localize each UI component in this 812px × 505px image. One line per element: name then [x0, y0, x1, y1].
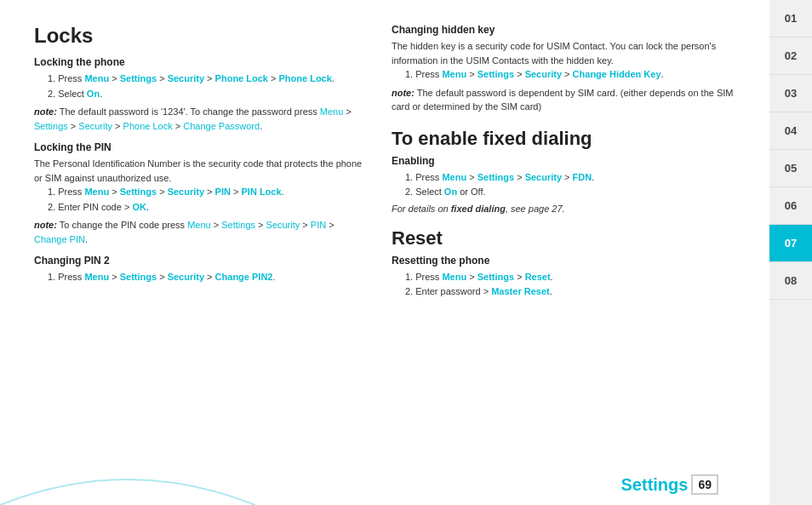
section-locking-pin: Locking the PIN The Personal Identificat…: [34, 141, 366, 246]
section-reset: Reset Resetting the phone 1. Press Menu …: [392, 227, 744, 300]
settings-hk-link: Settings: [477, 69, 514, 79]
section-fixed-dialing: To enable fixed dialing Enabling 1. Pres…: [392, 128, 744, 214]
step-1-reset: 1. Press Menu > Settings > Reset.: [392, 270, 744, 285]
note-label-hk: note:: [392, 88, 415, 98]
settings-pin-note-link: Settings: [221, 220, 255, 230]
menu-hk-link: Menu: [442, 69, 466, 79]
settings-note-link: Settings: [34, 121, 68, 131]
security-hk-link: Security: [525, 69, 562, 79]
security-note-link: Security: [78, 121, 112, 131]
step-2-reset: 2. Enter password > Master Reset.: [392, 284, 744, 300]
ok-link: OK: [132, 202, 146, 212]
menu-link: Menu: [84, 73, 109, 83]
menu-reset-link: Menu: [442, 272, 466, 282]
sidebar-item-01[interactable]: 01: [769, 0, 812, 37]
security-pin2-link: Security: [168, 272, 204, 282]
change-hidden-key-link: Change Hidden Key: [573, 69, 661, 79]
sidebar-item-04[interactable]: 04: [769, 112, 812, 150]
note-locking-phone: note: The default password is '1234'. To…: [34, 105, 366, 133]
section-heading-changing-pin2: Changing PIN 2: [34, 255, 366, 267]
security-fdn-link: Security: [525, 172, 562, 182]
phone-lock-link2: Phone Lock: [279, 73, 332, 83]
step-1-lock-phone: 1. Press Menu > Settings > Security > Ph…: [34, 72, 366, 87]
phone-lock-link: Phone Lock: [215, 73, 268, 83]
note-hidden-key: note: The default password is dependent …: [392, 86, 744, 114]
step-2-lock-phone: 2. Select On.: [34, 87, 366, 102]
settings-fdn-link: Settings: [477, 172, 514, 182]
settings-pin-link: Settings: [120, 187, 157, 197]
step-1-fdn: 1. Press Menu > Settings > Security > FD…: [392, 170, 744, 186]
section-changing-pin2: Changing PIN 2 1. Press Menu > Settings …: [34, 255, 366, 285]
menu-pin2-link: Menu: [84, 272, 109, 282]
section-heading-locking-phone: Locking the phone: [34, 56, 366, 68]
note-locking-pin: note: To change the PIN code press Menu …: [34, 218, 366, 246]
sidebar-item-03[interactable]: 03: [769, 75, 812, 112]
security-link: Security: [168, 73, 204, 83]
hidden-key-description: The hidden key is a security code for US…: [392, 39, 744, 67]
fdn-link: FDN: [573, 172, 592, 182]
step-1-lock-pin: 1. Press Menu > Settings > Security > PI…: [34, 185, 366, 200]
step-2-fdn: 2. Select On or Off.: [392, 185, 744, 200]
change-pin-link: Change PIN: [34, 234, 85, 244]
note-label-pin: note:: [34, 220, 57, 230]
step-2-lock-pin: 2. Enter PIN code > OK.: [34, 200, 366, 215]
pin-lock-link: PIN Lock: [242, 187, 282, 197]
footer-page-number: 69: [691, 474, 718, 495]
note-label: note:: [34, 106, 57, 117]
chapter-sidebar: 01 02 03 04 05 06 07 08: [769, 0, 812, 505]
reset-link: Reset: [525, 272, 551, 282]
menu-pin-link: Menu: [84, 187, 109, 197]
fixed-dialing-italic: fixed dialing: [451, 204, 506, 214]
main-content: Locks Locking the phone 1. Press Menu > …: [0, 0, 769, 505]
on-link: On: [87, 89, 100, 99]
pin-link: PIN: [215, 187, 231, 197]
change-password-link: Change Password: [183, 121, 260, 131]
phone-lock-note-link: Phone Lock: [123, 121, 173, 131]
pin-description: The Personal Identification Number is th…: [34, 157, 366, 185]
step-1-hidden-key: 1. Press Menu > Settings > Security > Ch…: [392, 67, 744, 83]
on-fdn-link: On: [444, 187, 457, 197]
settings-link: Settings: [120, 73, 157, 83]
right-column: Changing hidden key The hidden key is a …: [392, 24, 744, 488]
sidebar-item-08[interactable]: 08: [769, 262, 812, 300]
footer-settings-label: Settings: [621, 475, 689, 495]
master-reset-link: Master Reset: [491, 286, 549, 296]
sidebar-item-07[interactable]: 07: [769, 225, 812, 262]
sidebar-item-06[interactable]: 06: [769, 187, 812, 225]
section-heading-hidden-key: Changing hidden key: [392, 24, 744, 36]
settings-reset-link: Settings: [477, 272, 514, 282]
step-1-pin2: 1. Press Menu > Settings > Security > Ch…: [34, 270, 366, 285]
fixed-dialing-title: To enable fixed dialing: [392, 128, 744, 150]
section-heading-locking-pin: Locking the PIN: [34, 141, 366, 153]
settings-pin2-link: Settings: [120, 272, 157, 282]
sidebar-item-02[interactable]: 02: [769, 37, 812, 75]
section-hidden-key: Changing hidden key The hidden key is a …: [392, 24, 744, 114]
page-footer: Settings 69: [621, 474, 718, 495]
section-heading-enabling: Enabling: [392, 155, 744, 167]
menu-note-link: Menu: [320, 106, 344, 117]
section-locking-phone: Locking the phone 1. Press Menu > Settin…: [34, 56, 366, 133]
menu-pin-note-link: Menu: [187, 220, 211, 230]
menu-fdn-link: Menu: [442, 172, 466, 182]
security-pin-link: Security: [168, 187, 204, 197]
sidebar-item-05[interactable]: 05: [769, 150, 812, 187]
reset-title: Reset: [392, 227, 744, 250]
security-pin-note-link: Security: [266, 220, 300, 230]
page-title: Locks: [34, 24, 366, 48]
section-heading-reset: Resetting the phone: [392, 255, 744, 267]
pin-note-link: PIN: [311, 220, 326, 230]
change-pin2-link: Change PIN2: [215, 272, 273, 282]
left-column: Locks Locking the phone 1. Press Menu > …: [34, 24, 366, 488]
fixed-dialing-note: For details on fixed dialing, see page 2…: [392, 204, 744, 214]
